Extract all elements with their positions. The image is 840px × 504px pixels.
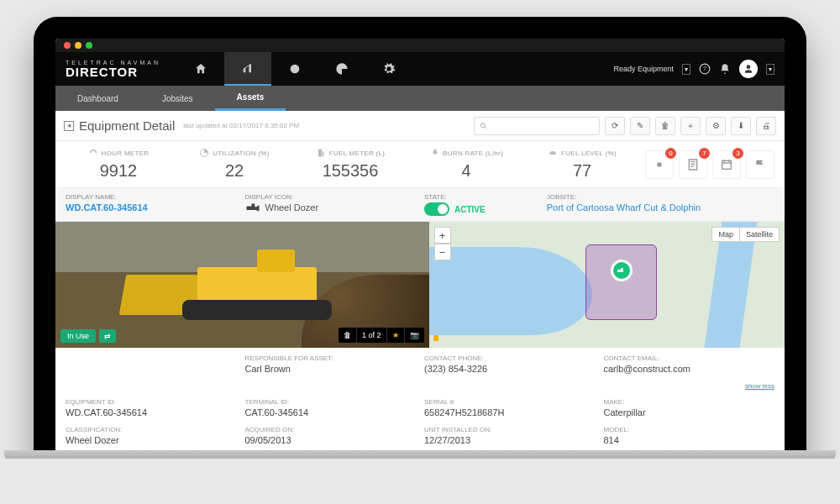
alert-settings-button[interactable]: 0 xyxy=(645,150,674,179)
download-button[interactable]: ⬇ xyxy=(731,117,751,135)
model-value: 814 xyxy=(604,435,775,445)
dial-icon xyxy=(548,148,558,158)
display-icon-label: DISPLAY ICON: xyxy=(245,193,417,201)
photo-camera-button[interactable]: 📷 xyxy=(404,328,424,343)
nav-settings[interactable] xyxy=(365,52,412,86)
subnav: Dashboard Jobsites Assets xyxy=(55,86,785,111)
add-button[interactable]: ＋ xyxy=(680,117,701,135)
company-name[interactable]: Ready Equipment xyxy=(613,65,674,73)
tab-assets[interactable]: Assets xyxy=(215,86,286,111)
maximize-dot[interactable] xyxy=(86,42,92,49)
bell-icon[interactable] xyxy=(719,63,731,75)
page-title-text: Equipment Detail xyxy=(79,118,175,133)
kpi-hour-meter: HOUR METER 9912 xyxy=(66,148,171,181)
refresh-button[interactable]: ⟳ xyxy=(605,117,625,135)
photo-delete-button[interactable]: 🗑 xyxy=(339,328,356,343)
kpi-value: 77 xyxy=(573,161,591,181)
photo-counter: 1 of 2 xyxy=(356,328,386,343)
schedule-button[interactable]: 3 xyxy=(712,150,741,179)
classification-label: CLASSIFICATION: xyxy=(66,426,237,433)
svg-rect-5 xyxy=(251,204,255,207)
kpi-value: 4 xyxy=(461,161,470,181)
kpi-value: 155356 xyxy=(323,161,379,181)
alert-badge: 3 xyxy=(732,148,743,159)
search-input[interactable] xyxy=(474,117,600,135)
page-title: ◄ Equipment Detail last updated at 02/17… xyxy=(64,118,299,133)
user-menu-icon[interactable]: ▾ xyxy=(766,64,774,75)
phone-label: CONTACT PHONE: xyxy=(424,354,596,362)
help-icon[interactable]: ? xyxy=(699,63,711,75)
installed-value: 12/27/2013 xyxy=(424,435,596,445)
nav-equipment[interactable] xyxy=(224,52,271,86)
flag-button[interactable] xyxy=(746,150,774,179)
zoom-in-button[interactable]: + xyxy=(434,227,451,244)
brand-bottom: DIRECTOR xyxy=(66,66,160,78)
state-text: ACTIVE xyxy=(454,205,486,214)
user-avatar[interactable] xyxy=(739,60,758,78)
nav-timer[interactable] xyxy=(271,52,318,86)
minimize-dot[interactable] xyxy=(75,42,81,49)
svg-rect-9 xyxy=(621,268,623,270)
kpi-value: 9912 xyxy=(100,161,138,181)
equipment-pin[interactable] xyxy=(611,260,633,281)
tab-jobsites[interactable]: Jobsites xyxy=(140,86,215,111)
photo-favorite-button[interactable]: ★ xyxy=(386,328,404,343)
in-use-badge: In Use xyxy=(60,329,96,343)
terminal-id-value: CAT.60-345614 xyxy=(245,407,417,417)
search-field[interactable] xyxy=(487,121,594,130)
gauge-icon xyxy=(88,148,98,158)
serial-label: SERIAL #: xyxy=(424,398,596,406)
collapse-icon[interactable]: ◄ xyxy=(64,121,74,131)
percent-icon xyxy=(199,148,209,158)
responsible-label: RESPONSIBLE FOR ASSET: xyxy=(245,354,417,362)
fuel-icon xyxy=(316,148,326,158)
jobsite-label: JOBSITE: xyxy=(547,193,774,201)
jobsite-map[interactable]: + − Map Satellite xyxy=(429,222,785,348)
kpi-label: HOUR METER xyxy=(102,150,150,157)
alert-badge: 7 xyxy=(699,148,710,159)
flame-icon xyxy=(429,148,439,158)
nav-reports[interactable] xyxy=(318,52,365,86)
acquired-value: 09/05/2013 xyxy=(245,435,417,445)
equipment-id-value: WD.CAT.60-345614 xyxy=(66,407,237,417)
tab-dashboard[interactable]: Dashboard xyxy=(55,86,140,111)
model-label: MODEL: xyxy=(604,426,775,433)
kpi-label: UTILIZATION (%) xyxy=(213,150,269,157)
acquired-label: ACQUIRED ON: xyxy=(245,426,417,433)
geofence-zone xyxy=(585,244,657,320)
email-label: CONTACT EMAIL: xyxy=(604,354,775,362)
map-type-satellite[interactable]: Satellite xyxy=(740,227,780,242)
kpi-fuel-meter: FUEL METER (L) 155356 xyxy=(297,148,403,181)
last-updated: last updated at 02/17/2017 8:35:02 PM xyxy=(183,122,299,129)
map-type-map[interactable]: Map xyxy=(711,227,740,242)
company-menu-icon[interactable]: ▾ xyxy=(682,64,690,75)
state-label: STATE: xyxy=(424,193,538,201)
dozer-icon xyxy=(245,202,260,213)
nav-home[interactable] xyxy=(177,52,224,86)
responsible-value: Carl Brown xyxy=(245,364,417,374)
kpi-fuel-level: FUEL LEVEL (%) 77 xyxy=(529,148,635,181)
svg-rect-3 xyxy=(722,160,732,169)
phone-value: (323) 854-3226 xyxy=(424,364,596,374)
checklist-button[interactable]: 7 xyxy=(679,150,707,179)
settings-button[interactable]: ⚙ xyxy=(706,117,726,135)
svg-text:?: ? xyxy=(703,66,706,71)
zoom-out-button[interactable]: − xyxy=(434,244,451,260)
kpi-burn-rate: BURN RATE (L/hr) 4 xyxy=(413,148,519,181)
make-value: Caterpillar xyxy=(604,407,775,417)
delete-button[interactable]: 🗑 xyxy=(655,117,675,135)
installed-label: UNIT INSTALLED ON: xyxy=(424,426,596,433)
jobsite-link[interactable]: Port of Cartoosa Wharf Cut & Dolphin xyxy=(547,202,774,213)
serial-value: 658247H5218687H xyxy=(424,407,596,417)
shuffle-button[interactable]: ⇄ xyxy=(99,329,116,343)
kpi-utilization: UTILIZATION (%) 22 xyxy=(181,148,287,181)
kpi-label: FUEL LEVEL (%) xyxy=(561,150,617,157)
alert-badge: 0 xyxy=(665,148,676,159)
print-button[interactable]: 🖨 xyxy=(756,117,776,135)
edit-button[interactable]: ✎ xyxy=(630,117,650,135)
show-less-link[interactable]: show less xyxy=(745,382,774,390)
display-name-link[interactable]: WD.CAT.60-345614 xyxy=(66,202,237,213)
state-toggle[interactable] xyxy=(424,202,449,216)
close-dot[interactable] xyxy=(64,42,71,49)
display-icon-text: Wheel Dozer xyxy=(265,202,319,213)
